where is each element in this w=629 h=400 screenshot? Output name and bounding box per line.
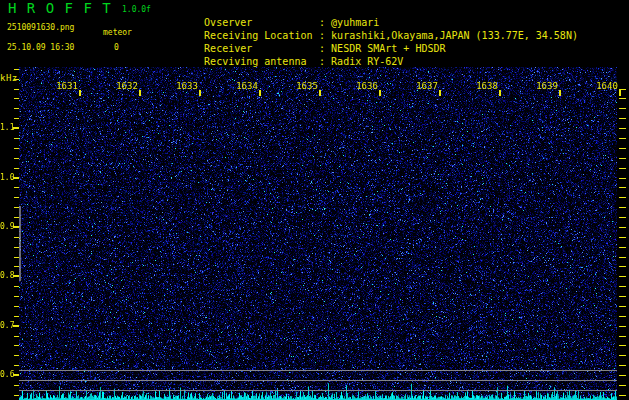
freq-tick-label: 1.0 xyxy=(0,173,14,182)
app-title: H R O F F T xyxy=(8,2,112,15)
freq-tick-right xyxy=(619,98,626,99)
freq-tick-minor xyxy=(14,168,19,169)
freq-tick-right xyxy=(619,316,626,317)
freq-tick-minor xyxy=(14,385,19,386)
time-tick xyxy=(379,90,381,96)
time-tick xyxy=(79,90,81,96)
freq-tick-right xyxy=(619,128,626,129)
freq-tick-right xyxy=(619,296,626,297)
freq-tick-minor xyxy=(14,336,19,337)
time-tick xyxy=(559,90,561,96)
time-tick-label: 1634 xyxy=(232,81,262,91)
freq-tick-minor xyxy=(14,138,19,139)
freq-tick-right xyxy=(619,266,626,267)
time-tick-label: 1632 xyxy=(112,81,142,91)
freq-tick-minor xyxy=(14,158,19,159)
level-reference-line-1 xyxy=(19,370,617,371)
freq-tick-minor xyxy=(14,306,19,307)
freq-tick-minor xyxy=(14,197,19,198)
freq-tick-right xyxy=(619,108,626,109)
freq-tick-right xyxy=(619,187,626,188)
freq-tick-minor xyxy=(14,187,19,188)
freq-tick-right xyxy=(619,345,626,346)
time-tick xyxy=(499,90,501,96)
freq-tick-right xyxy=(619,286,626,287)
freq-tick-right xyxy=(619,326,626,327)
level-reference-line-3 xyxy=(19,390,617,391)
hrofft-window: H R O F F T 1.0.0f 2510091630.png meteor… xyxy=(0,0,629,400)
freq-tick-label: 0.6 xyxy=(0,370,14,379)
freq-tick-minor xyxy=(14,217,19,218)
freq-tick-minor xyxy=(14,98,19,99)
time-tick xyxy=(439,90,441,96)
info-colon: : xyxy=(319,56,331,67)
time-tick xyxy=(319,90,321,96)
freq-tick-right xyxy=(619,138,626,139)
freq-tick-right xyxy=(619,158,626,159)
freq-tick-right xyxy=(619,227,626,228)
time-tick xyxy=(199,90,201,96)
freq-tick-minor xyxy=(14,365,19,366)
freq-tick-minor xyxy=(14,148,19,149)
freq-tick-minor xyxy=(14,266,19,267)
freq-tick-right xyxy=(619,276,626,277)
freq-tick-minor xyxy=(14,395,19,396)
freq-tick-right xyxy=(619,118,626,119)
time-tick-label: 1633 xyxy=(172,81,202,91)
freq-tick-minor xyxy=(14,69,19,70)
edge-reference-line xyxy=(19,206,21,281)
freq-tick-right xyxy=(619,365,626,366)
freq-tick-label: 0.9 xyxy=(0,222,14,231)
time-tick-label: 1631 xyxy=(52,81,82,91)
freq-tick-minor xyxy=(14,118,19,119)
level-reference-line-2 xyxy=(19,380,617,381)
time-tick xyxy=(619,90,621,96)
freq-tick-right xyxy=(619,237,626,238)
freq-tick-label: 1.1 xyxy=(0,123,14,132)
freq-tick-right xyxy=(619,306,626,307)
freq-tick-minor xyxy=(14,286,19,287)
freq-tick-minor xyxy=(14,355,19,356)
app-version: 1.0.0f xyxy=(122,5,151,14)
time-tick-label: 1635 xyxy=(292,81,322,91)
freq-tick-label: 0.8 xyxy=(0,271,14,280)
time-tick-label: 1640 xyxy=(592,81,622,91)
freq-tick-right xyxy=(619,355,626,356)
time-tick-label: 1638 xyxy=(472,81,502,91)
freq-tick-right xyxy=(619,178,626,179)
freq-tick-minor xyxy=(14,316,19,317)
freq-tick-right xyxy=(619,197,626,198)
freq-tick-right xyxy=(619,207,626,208)
info-label: Recviving antenna xyxy=(204,56,319,67)
freq-tick-right xyxy=(619,247,626,248)
freq-tick-right xyxy=(619,336,626,337)
freq-tick-minor xyxy=(14,108,19,109)
freq-tick-right xyxy=(619,148,626,149)
freq-tick-right xyxy=(619,385,626,386)
capture-datetime: 25.10.09 16:30 xyxy=(7,43,74,52)
freq-tick-right xyxy=(619,217,626,218)
freq-tick-minor xyxy=(14,296,19,297)
time-tick xyxy=(259,90,261,96)
freq-tick-right xyxy=(619,375,626,376)
time-tick-label: 1637 xyxy=(412,81,442,91)
meteor-count-label: meteor xyxy=(103,28,132,37)
freq-tick-minor xyxy=(14,79,19,80)
freq-tick-minor xyxy=(14,247,19,248)
meteor-count-value: 0 xyxy=(114,43,119,52)
freq-tick-label: 0.7 xyxy=(0,321,14,330)
time-tick xyxy=(139,90,141,96)
info-value: Radix RY-62V xyxy=(331,56,403,67)
freq-tick-right xyxy=(619,257,626,258)
freq-tick-right xyxy=(619,168,626,169)
freq-tick-minor xyxy=(14,89,19,90)
time-tick-label: 1639 xyxy=(532,81,562,91)
output-filename: 2510091630.png xyxy=(7,23,74,32)
freq-tick-right xyxy=(619,395,626,396)
time-tick-label: 1636 xyxy=(352,81,382,91)
freq-tick-minor xyxy=(14,237,19,238)
freq-tick-minor xyxy=(14,345,19,346)
spectrogram-canvas xyxy=(19,67,617,400)
freq-tick-minor xyxy=(14,207,19,208)
freq-tick-minor xyxy=(14,257,19,258)
